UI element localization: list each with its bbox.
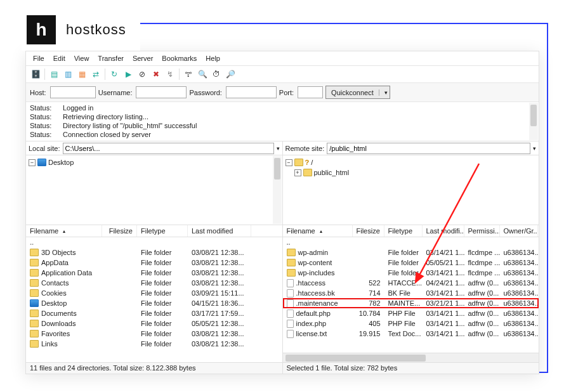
list-item[interactable]: license.txt 19.915Text Doc...03/14/21 1.… xyxy=(283,329,539,339)
local-tree[interactable]: − Desktop xyxy=(26,155,282,225)
remote-tree[interactable]: − ? / + public_html xyxy=(283,155,539,225)
sync-icon[interactable]: ⇄ xyxy=(89,68,102,81)
col-filename[interactable]: Filename▴ xyxy=(283,225,353,237)
quickconnect-button[interactable]: Quickconnect ▾ xyxy=(325,86,390,99)
log-line: Status:Logged in xyxy=(30,103,535,112)
process-queue-icon[interactable]: ▶ xyxy=(122,68,135,81)
password-label: Password: xyxy=(189,89,221,96)
col-filename[interactable]: Filename▴ xyxy=(26,225,102,237)
toolbar-sep xyxy=(44,69,45,80)
col-filesize[interactable]: Filesize xyxy=(353,225,384,237)
file-icon xyxy=(287,289,294,297)
sort-asc-icon: ▴ xyxy=(320,228,322,234)
updir-icon: .. xyxy=(287,238,291,246)
tree-expander-icon[interactable]: − xyxy=(286,159,292,166)
list-item[interactable]: wp-includes File folder03/14/21 1... flc… xyxy=(283,268,539,278)
menu-view[interactable]: View xyxy=(70,53,93,63)
tree-node[interactable]: + public_html xyxy=(286,167,537,178)
menu-edit[interactable]: Edit xyxy=(49,53,69,63)
message-log: Status:Logged inStatus:Retrieving direct… xyxy=(26,102,539,141)
list-item[interactable]: Cookies File folder03/09/21 15:11... xyxy=(26,288,282,298)
folder-icon xyxy=(287,249,296,256)
filezilla-window: File Edit View Transfer Server Bookmarks… xyxy=(25,51,539,374)
remote-path-dropdown-icon[interactable]: ▾ xyxy=(533,145,536,152)
list-item[interactable]: .htaccess.bk 714BK File03/14/21 1... adf… xyxy=(283,288,539,298)
list-item[interactable]: default.php 10.784PHP File03/14/21 1... … xyxy=(283,308,539,318)
menu-transfer[interactable]: Transfer xyxy=(94,53,128,63)
list-item[interactable]: wp-admin File folder03/14/21 1... flcdmp… xyxy=(283,247,539,258)
remote-list[interactable]: Filename▴ Filesize Filetype Last modifi.… xyxy=(283,225,539,362)
folder-icon xyxy=(287,269,296,277)
log-scrollbar[interactable] xyxy=(529,103,538,140)
list-item[interactable]: wp-content File folder05/05/21 1... flcd… xyxy=(283,258,539,268)
tree-node[interactable]: − ? / xyxy=(286,157,537,167)
tree-expander-icon[interactable]: − xyxy=(29,159,36,166)
col-owner[interactable]: Owner/Gr... xyxy=(500,225,538,237)
list-item[interactable]: index.php 405PHP File03/14/21 1... adfrw… xyxy=(283,318,539,329)
remote-pane: Remote site: ▾ − ? / + public_html Filen… xyxy=(283,141,539,374)
col-filetype[interactable]: Filetype xyxy=(384,225,423,237)
list-item[interactable]: Links File folder03/08/21 12:38... xyxy=(26,339,282,349)
filter-icon[interactable]: 🝖 xyxy=(182,68,195,81)
list-item[interactable]: .htaccess 522HTACCE...04/24/21 1... adfr… xyxy=(283,278,539,288)
list-item[interactable]: .maintenance 782MAINTE...03/21/21 1... a… xyxy=(283,298,539,308)
list-item[interactable]: AppData File folder03/08/21 12:38... xyxy=(26,258,282,268)
refresh-icon[interactable]: ↻ xyxy=(108,68,121,81)
port-label: Port: xyxy=(279,89,294,96)
tree-expander-icon[interactable]: + xyxy=(294,169,301,176)
local-tree-scrollbar[interactable] xyxy=(273,156,282,224)
list-item[interactable]: .. xyxy=(283,237,539,247)
remote-hscrollbar[interactable] xyxy=(283,353,539,362)
menu-bookmarks[interactable]: Bookmarks xyxy=(158,53,200,63)
reconnect-icon[interactable]: ↯ xyxy=(164,68,176,81)
host-label: Host: xyxy=(30,89,46,96)
local-list[interactable]: Filename▴ Filesize Filetype Last modifie… xyxy=(26,225,282,362)
menu-help[interactable]: Help xyxy=(202,53,224,63)
list-item[interactable]: Desktop File folder04/15/21 18:36... xyxy=(26,298,282,308)
folder-icon xyxy=(30,330,39,337)
remote-status: Selected 1 file. Total size: 782 bytes xyxy=(283,362,539,374)
find-icon[interactable]: 🔎 xyxy=(224,68,237,81)
log-line: Status:Directory listing of "/public_htm… xyxy=(30,121,535,130)
file-icon xyxy=(287,320,294,328)
folder-icon xyxy=(30,289,39,297)
col-modified[interactable]: Last modified xyxy=(188,225,251,237)
speedlimit-icon[interactable]: ⏱ xyxy=(210,68,223,81)
sitemanager-icon[interactable]: 🗄️ xyxy=(29,68,42,81)
menu-file[interactable]: File xyxy=(29,53,48,63)
list-item[interactable]: Application Data File folder03/08/21 12:… xyxy=(26,268,282,278)
list-item[interactable]: Favorites File folder03/08/21 12:38... xyxy=(26,329,282,339)
col-permissions[interactable]: Permissi... xyxy=(464,225,500,237)
cancel-icon[interactable]: ⊘ xyxy=(136,68,148,81)
remote-path-row: Remote site: ▾ xyxy=(283,141,539,155)
username-input[interactable] xyxy=(136,86,187,98)
toggle-log-icon[interactable]: ▤ xyxy=(48,68,60,81)
local-path-input[interactable] xyxy=(63,143,274,154)
remote-site-label: Remote site: xyxy=(286,145,325,152)
col-filetype[interactable]: Filetype xyxy=(137,225,188,237)
desktop-icon xyxy=(37,159,46,166)
compare-icon[interactable]: 🔍 xyxy=(196,68,209,81)
menubar: File Edit View Transfer Server Bookmarks… xyxy=(26,51,539,66)
toggle-queue-icon[interactable]: ▦ xyxy=(75,68,88,81)
disconnect-icon[interactable]: ✖ xyxy=(150,68,162,81)
local-path-dropdown-icon[interactable]: ▾ xyxy=(277,145,280,152)
folder-icon xyxy=(30,249,39,256)
tree-node[interactable]: − Desktop xyxy=(29,157,280,167)
menu-server[interactable]: Server xyxy=(129,53,157,63)
list-item[interactable]: Documents File folder03/17/21 17:59... xyxy=(26,308,282,318)
list-item[interactable]: .. xyxy=(26,237,282,247)
list-item[interactable]: 3D Objects File folder03/08/21 12:38... xyxy=(26,247,282,258)
host-input[interactable] xyxy=(50,86,96,98)
toggle-tree-icon[interactable]: ▥ xyxy=(62,68,74,81)
remote-path-input[interactable] xyxy=(327,143,530,154)
col-filesize[interactable]: Filesize xyxy=(102,225,137,237)
quickconnect-dropdown-icon[interactable]: ▾ xyxy=(379,89,390,96)
list-item[interactable]: Contacts File folder03/08/21 12:38... xyxy=(26,278,282,288)
toolbar-sep xyxy=(179,69,180,80)
list-item[interactable]: Downloads File folder05/05/21 12:38... xyxy=(26,318,282,329)
password-input[interactable] xyxy=(226,86,277,98)
col-modified[interactable]: Last modifi... xyxy=(423,225,464,237)
port-input[interactable] xyxy=(298,86,323,98)
local-list-header: Filename▴ Filesize Filetype Last modifie… xyxy=(26,225,282,237)
